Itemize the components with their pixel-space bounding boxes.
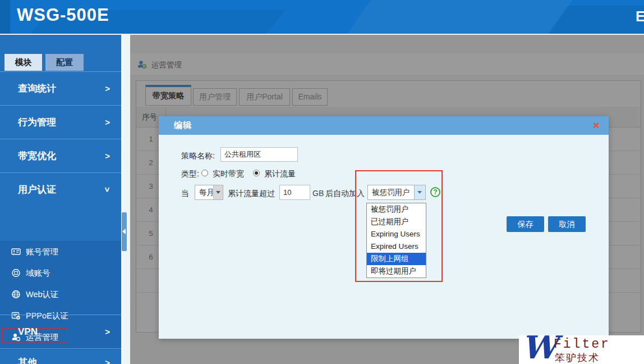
chevron-right-icon: > <box>105 139 110 172</box>
globe-icon <box>11 290 21 299</box>
header-decoration <box>0 0 10 34</box>
sidebar-item-behavior-mgmt[interactable]: 行为管理 > <box>0 105 121 139</box>
policy-name-label: 策略名称: <box>181 151 215 161</box>
sidebar-item-label: VPN <box>18 326 38 337</box>
sidebar-item-query-stats[interactable]: 查询统计 > <box>0 71 121 105</box>
dropdown-option[interactable]: 被惩罚用户 <box>367 203 426 216</box>
unit-label: GB <box>312 189 324 198</box>
target-group-dropdown-list: 被惩罚用户 已过期用户 Expiring Users Expired Users… <box>366 203 426 278</box>
sidebar: 模块 配置 查询统计 > 行为管理 > 带宽优化 > 用户认证 > 账号管理 域… <box>0 35 121 364</box>
period-select-value: 每月 <box>199 185 214 199</box>
watermark-brand: Filter <box>554 337 610 352</box>
sidebar-gap <box>121 35 130 364</box>
radio-realtime-label: 实时带宽 <box>213 169 244 179</box>
radio-cumulative-label: 累计流量 <box>264 169 296 179</box>
sidebar-tab-config[interactable]: 配置 <box>45 54 84 71</box>
dropdown-option-selected[interactable]: 限制上网组 <box>367 253 426 265</box>
sidebar-item-label: 查询统计 <box>18 83 56 94</box>
dropdown-option[interactable]: 即将过期用户 <box>367 265 426 277</box>
watermark: W Filter 笨驴技术 <box>519 335 644 364</box>
edit-dialog: 编辑 × 策略名称: 公共租用区 类型: 实时带宽 累计流量 当 每月 累计流量… <box>159 116 609 339</box>
sidebar-subitem-web-auth[interactable]: Web认证 <box>0 284 121 305</box>
dropdown-option[interactable]: Expiring Users <box>367 228 426 240</box>
when-label: 当 <box>181 189 189 199</box>
sidebar-tab-modules[interactable]: 模块 <box>4 54 42 71</box>
badge-icon <box>11 269 21 277</box>
type-label: 类型: <box>181 169 199 179</box>
sidebar-item-vpn[interactable]: VPN > <box>0 315 121 348</box>
radio-cumulative-traffic[interactable] <box>253 170 260 176</box>
sidebar-subitem-domain-account[interactable]: 域账号 <box>0 262 121 284</box>
sidebar-item-other[interactable]: 其他 > <box>0 348 121 364</box>
sidebar-subitem-account-mgmt[interactable]: 账号管理 <box>0 241 121 262</box>
sidebar-item-label: 带宽优化 <box>18 151 56 161</box>
help-icon[interactable]: ? <box>430 187 440 197</box>
header-decoration <box>335 0 585 34</box>
top-header: WSG-500E E <box>0 0 644 34</box>
sidebar-item-bandwidth-opt[interactable]: 带宽优化 > <box>0 139 121 172</box>
traffic-quantity-input[interactable]: 10 <box>279 185 310 200</box>
chevron-right-icon: > <box>105 106 110 139</box>
dropdown-arrow-icon <box>414 185 425 199</box>
collapse-arrow-icon <box>122 229 126 234</box>
sidebar-item-label: 行为管理 <box>18 117 56 128</box>
dialog-title: 编辑 <box>174 120 192 131</box>
header-language-link[interactable]: E <box>636 8 644 25</box>
watermark-subtitle: 笨驴技术 <box>555 351 600 364</box>
chevron-down-icon: > <box>103 187 112 192</box>
dialog-header[interactable]: 编辑 × <box>159 116 609 135</box>
app-window: WSG-500E E 模块 配置 查询统计 > 行为管理 > 带宽优化 > 用户… <box>0 0 644 364</box>
cancel-button[interactable]: 取消 <box>548 216 586 232</box>
close-icon[interactable]: × <box>593 118 600 133</box>
sidebar-subitem-label: 域账号 <box>26 262 50 284</box>
chevron-right-icon: > <box>105 72 110 105</box>
dropdown-arrow-icon <box>213 185 223 199</box>
target-group-select[interactable]: 被惩罚用户 <box>367 185 426 200</box>
dropdown-option[interactable]: 已过期用户 <box>367 216 426 228</box>
sidebar-subitem-label: 账号管理 <box>26 241 58 262</box>
exceed-label: 累计流量超过 <box>228 189 275 199</box>
target-group-value: 被惩罚用户 <box>372 185 410 199</box>
sidebar-subitem-label: Web认证 <box>26 284 59 305</box>
chevron-right-icon: > <box>105 315 110 348</box>
app-title: WSG-500E <box>17 5 109 25</box>
watermark-w-logo: W <box>522 335 557 364</box>
sidebar-item-user-auth[interactable]: 用户认证 > <box>0 172 121 206</box>
dropdown-option[interactable]: Expired Users <box>367 240 426 253</box>
period-select[interactable]: 每月 <box>195 185 223 200</box>
radio-realtime-bandwidth[interactable] <box>201 170 208 176</box>
sidebar-item-label: 其他 <box>18 357 37 364</box>
join-label: 后自动加入 <box>325 189 365 199</box>
policy-name-input[interactable]: 公共租用区 <box>220 147 298 162</box>
id-card-icon <box>11 247 21 256</box>
sidebar-collapse-handle[interactable] <box>122 212 127 251</box>
chevron-right-icon: > <box>105 349 110 364</box>
sidebar-item-label: 用户认证 <box>18 184 56 195</box>
save-button[interactable]: 保存 <box>507 216 544 232</box>
